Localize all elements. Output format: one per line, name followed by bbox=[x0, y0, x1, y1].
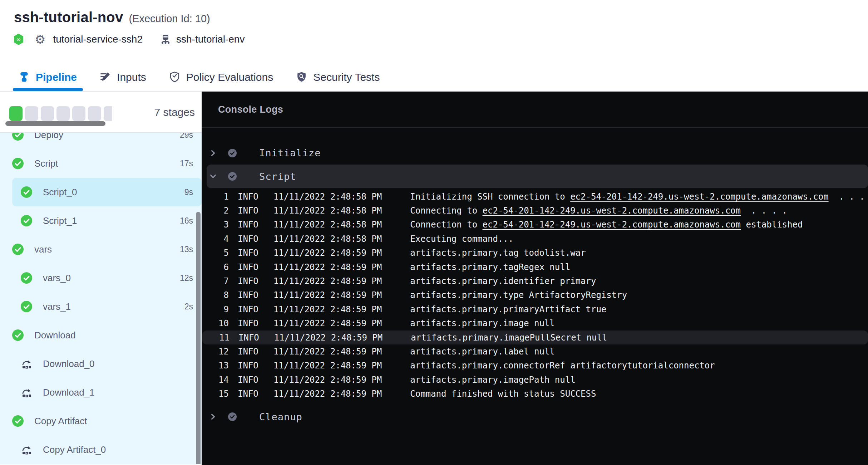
log-section-initialize[interactable]: Initialize bbox=[202, 141, 868, 165]
stage-row-vars-0[interactable]: vars_012s bbox=[0, 264, 202, 292]
log-message: artifacts.primary.imagePullSecret null bbox=[411, 333, 607, 343]
log-row-3: 3INFO11/11/2022 2:48:58 PMConnection to … bbox=[202, 218, 868, 232]
log-section-cleanup[interactable]: Cleanup bbox=[202, 405, 868, 429]
tab-policy-evaluations[interactable]: Policy Evaluations bbox=[169, 64, 273, 91]
log-row-11: 11INFO11/11/2022 2:48:59 PMartifacts.pri… bbox=[202, 331, 868, 344]
tab-label: Inputs bbox=[117, 71, 146, 83]
environment-name-label[interactable]: ssh-tutorial-env bbox=[176, 34, 245, 45]
stage-label: Script bbox=[34, 158, 58, 169]
log-host-link[interactable]: ec2-54-201-142-249.us-west-2.compute.ama… bbox=[570, 192, 828, 202]
log-row-6: 6INFO11/11/2022 2:48:59 PMartifacts.prim… bbox=[202, 260, 868, 274]
log-timestamp: 11/11/2022 2:48:59 PM bbox=[273, 375, 382, 385]
log-timestamp: 11/11/2022 2:48:58 PM bbox=[273, 220, 382, 230]
tab-security-tests[interactable]: Security Tests bbox=[296, 64, 380, 91]
success-check-icon bbox=[12, 329, 24, 341]
log-level: INFO bbox=[238, 276, 258, 286]
stage-row-vars-1[interactable]: vars_12s bbox=[0, 292, 202, 321]
stage-progress-segment bbox=[41, 106, 54, 121]
execution-header: ssh-tutorial-nov (Execution Id: 10) ∞ ⚙ … bbox=[0, 0, 868, 92]
tab-inputs[interactable]: Inputs bbox=[100, 64, 146, 91]
log-line-number: 12 bbox=[202, 347, 229, 357]
success-check-icon bbox=[12, 133, 24, 141]
log-message: artifacts.primary.connectorRef artifacto… bbox=[410, 361, 715, 371]
log-timestamp: 11/11/2022 2:48:59 PM bbox=[273, 276, 382, 286]
success-check-icon bbox=[12, 244, 24, 255]
log-section-script[interactable]: Script bbox=[207, 165, 868, 188]
log-line-number: 15 bbox=[202, 389, 229, 399]
log-message: artifacts.primary.imagePath null bbox=[410, 375, 575, 385]
log-row-2: 2INFO11/11/2022 2:48:58 PMConnecting to … bbox=[202, 204, 868, 217]
log-message: Command finished with status SUCCESS bbox=[410, 389, 596, 399]
section-label: Script bbox=[259, 171, 296, 182]
tab-pipeline[interactable]: Pipeline bbox=[19, 64, 77, 91]
log-line-number: 2 bbox=[202, 206, 229, 216]
inputs-icon bbox=[100, 71, 111, 84]
stage-duration: 29s bbox=[180, 133, 193, 140]
stage-row-download[interactable]: Download bbox=[0, 321, 202, 349]
log-text: artifacts.primary.image null bbox=[410, 318, 555, 328]
log-line-number: 14 bbox=[202, 375, 229, 385]
stage-progress-segment bbox=[56, 106, 70, 121]
log-level: INFO bbox=[238, 192, 258, 202]
log-row-8: 8INFO11/11/2022 2:48:59 PMartifacts.prim… bbox=[202, 288, 868, 302]
log-timestamp: 11/11/2022 2:48:58 PM bbox=[273, 206, 382, 216]
log-text: artifacts.primary.imagePullSecret null bbox=[411, 333, 607, 343]
log-message: Connecting to ec2-54-201-142-249.us-west… bbox=[410, 206, 787, 216]
log-level: INFO bbox=[238, 389, 258, 399]
log-text: artifacts.primary.connectorRef artifacto… bbox=[410, 361, 715, 371]
log-timestamp: 11/11/2022 2:48:59 PM bbox=[273, 347, 382, 357]
log-line-number: 9 bbox=[202, 304, 229, 314]
log-row-4: 4INFO11/11/2022 2:48:58 PMExecuting comm… bbox=[202, 232, 868, 246]
log-text: Executing command... bbox=[410, 234, 513, 244]
stage-progress-segment bbox=[88, 106, 101, 121]
log-row-9: 9INFO11/11/2022 2:48:59 PMartifacts.prim… bbox=[202, 302, 868, 316]
stage-duration: 9s bbox=[184, 187, 193, 197]
chevron-right-icon[interactable] bbox=[209, 413, 217, 420]
stages-progress-header: 7 stages bbox=[0, 92, 202, 133]
log-timestamp: 11/11/2022 2:48:59 PM bbox=[273, 318, 382, 328]
tab-label: Policy Evaluations bbox=[186, 71, 273, 83]
log-row-5: 5INFO11/11/2022 2:48:59 PMartifacts.prim… bbox=[202, 246, 868, 260]
stage-row-vars[interactable]: vars13s bbox=[0, 235, 202, 264]
log-lines: 1INFO11/11/2022 2:48:58 PMInitializing S… bbox=[202, 190, 868, 401]
stage-duration: 12s bbox=[180, 273, 193, 283]
log-line-number: 13 bbox=[202, 361, 229, 371]
minimap-horizontal-scrollbar[interactable] bbox=[5, 121, 105, 126]
log-timestamp: 11/11/2022 2:48:59 PM bbox=[273, 262, 382, 272]
stage-progress-segment bbox=[104, 106, 112, 121]
log-level: INFO bbox=[238, 206, 258, 216]
stage-row-script[interactable]: Script17s bbox=[0, 149, 202, 178]
stage-row-script-1[interactable]: Script_116s bbox=[0, 206, 202, 235]
page-title: ssh-tutorial-nov bbox=[14, 9, 123, 25]
stage-row-copy-artifact-0[interactable]: Copy Artifact_0 bbox=[0, 435, 202, 464]
log-row-14: 14INFO11/11/2022 2:48:59 PMartifacts.pri… bbox=[202, 373, 868, 387]
stage-list-vertical-scrollbar[interactable] bbox=[196, 212, 201, 464]
stage-row-deploy[interactable]: Deploy29s bbox=[0, 133, 202, 149]
security-shield-icon bbox=[296, 71, 307, 84]
log-timestamp: 11/11/2022 2:48:59 PM bbox=[273, 389, 382, 399]
log-host-link[interactable]: ec2-54-201-142-249.us-west-2.compute.ama… bbox=[483, 220, 741, 230]
stage-label: vars_0 bbox=[43, 273, 71, 284]
stage-label: Download bbox=[34, 330, 76, 341]
stage-duration: 13s bbox=[180, 245, 193, 254]
log-level: INFO bbox=[238, 375, 258, 385]
stage-row-copy-artifact[interactable]: Copy Artifact bbox=[0, 407, 202, 435]
success-check-icon bbox=[21, 301, 32, 312]
service-name-label[interactable]: tutorial-service-ssh2 bbox=[53, 34, 143, 45]
pipeline-icon bbox=[19, 71, 30, 84]
chevron-down-icon[interactable] bbox=[209, 173, 217, 180]
stage-row-download-1[interactable]: Download_1 bbox=[0, 378, 202, 407]
stage-label: Copy Artifact bbox=[34, 416, 87, 427]
tab-label: Security Tests bbox=[313, 71, 380, 83]
stage-duration: 17s bbox=[180, 159, 193, 168]
stage-row-download-0[interactable]: Download_0 bbox=[0, 349, 202, 378]
step-group-icon bbox=[21, 358, 32, 369]
log-message: Executing command... bbox=[410, 234, 513, 244]
tab-bar: PipelineInputsPolicy EvaluationsSecurity… bbox=[19, 64, 380, 91]
chevron-right-icon[interactable] bbox=[209, 150, 217, 157]
log-host-link[interactable]: ec2-54-201-142-249.us-west-2.compute.ama… bbox=[483, 206, 741, 216]
stage-row-script-0[interactable]: Script_09s bbox=[0, 178, 202, 206]
console-logs-panel: Console Logs InitializeScript1INFO11/11/… bbox=[202, 92, 868, 465]
step-group-icon bbox=[21, 444, 32, 455]
log-line-number: 10 bbox=[202, 318, 229, 328]
